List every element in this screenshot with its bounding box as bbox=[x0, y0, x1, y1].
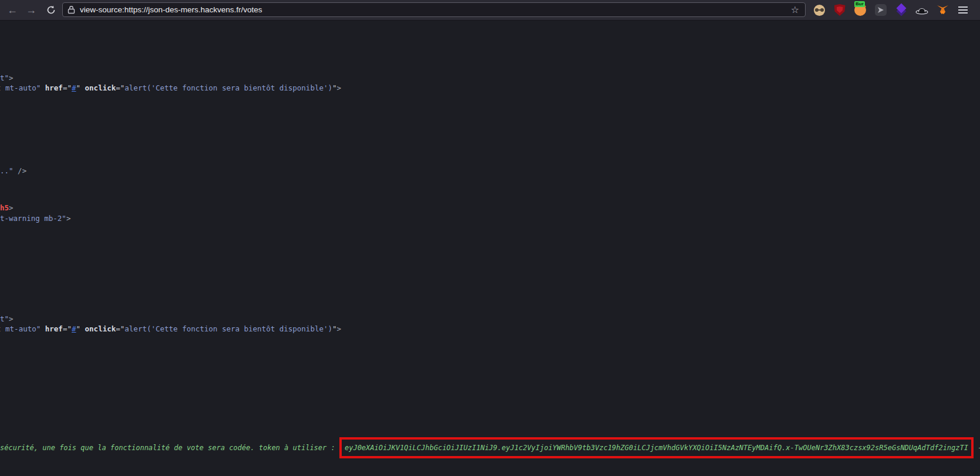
extension-icons-row: Bur bbox=[813, 0, 969, 20]
avatar-glasses-icon bbox=[814, 5, 825, 16]
metamask-fox-icon bbox=[937, 4, 949, 16]
purple-layers-icon bbox=[895, 4, 908, 16]
ublock-shield-icon bbox=[834, 4, 846, 16]
menu-button[interactable] bbox=[957, 4, 969, 16]
comment-suffix: --> bbox=[974, 444, 980, 452]
source-fragment: t"> bbox=[0, 73, 14, 83]
gray-arrow-icon bbox=[875, 4, 887, 16]
metamask-extension-button[interactable] bbox=[936, 4, 949, 16]
url-text[interactable]: view-source:https://json-des-mers.hackve… bbox=[80, 5, 791, 14]
source-fragment-warning: t-warning mb-2"> bbox=[0, 214, 70, 223]
reload-button[interactable] bbox=[42, 2, 60, 18]
back-button[interactable]: ← bbox=[4, 2, 21, 18]
hamburger-menu-icon bbox=[958, 6, 968, 14]
browser-window: ← → view-source:https://json-des-mers.ha… bbox=[0, 0, 980, 476]
browser-toolbar: ← → view-source:https://json-des-mers.ha… bbox=[0, 0, 980, 21]
forward-icon: → bbox=[26, 4, 36, 16]
comment-prefix: sécurité, une fois que la fonctionnalité… bbox=[0, 444, 339, 452]
purple-extension-button[interactable] bbox=[895, 4, 908, 16]
source-comment-line: sécurité, une fois que la fonctionnalité… bbox=[0, 437, 980, 458]
lock-icon bbox=[68, 5, 75, 14]
source-fragment-anchor: t mt-auto" href="#" onclick="alert('Cett… bbox=[0, 324, 341, 334]
proxy-badge: Bur bbox=[854, 1, 865, 7]
account-avatar-extension-button[interactable] bbox=[813, 4, 826, 16]
ublock-origin-extension-button[interactable] bbox=[833, 4, 846, 16]
black-hat-icon bbox=[915, 4, 928, 16]
source-fragment: t"> bbox=[0, 314, 14, 324]
href-hash-link[interactable]: # bbox=[72, 324, 76, 333]
token-highlight-box: eyJ0eXAiOiJKV1QiLCJhbGciOiJIUzI1NiJ9.eyJ… bbox=[339, 437, 974, 458]
back-icon: ← bbox=[7, 4, 18, 16]
source-fragment: .." /> bbox=[0, 166, 26, 176]
gray-extension-button[interactable] bbox=[874, 4, 887, 16]
forward-button[interactable]: → bbox=[22, 2, 40, 18]
source-fragment-anchor: t mt-auto" href="#" onclick="alert('Cett… bbox=[0, 83, 341, 93]
jwt-token-text: eyJ0eXAiOiJKV1QiLCJhbGciOiJIUzI1NiJ9.eyJ… bbox=[345, 444, 968, 452]
url-bar[interactable]: view-source:https://json-des-mers.hackve… bbox=[62, 2, 806, 17]
source-fragment-h5: h5> bbox=[0, 203, 14, 213]
foxyproxy-extension-button[interactable]: Bur bbox=[854, 4, 867, 16]
hat-extension-button[interactable] bbox=[915, 4, 928, 16]
bookmark-star-icon[interactable]: ☆ bbox=[791, 4, 799, 15]
reload-icon bbox=[46, 5, 56, 15]
href-hash-link[interactable]: # bbox=[72, 83, 76, 92]
